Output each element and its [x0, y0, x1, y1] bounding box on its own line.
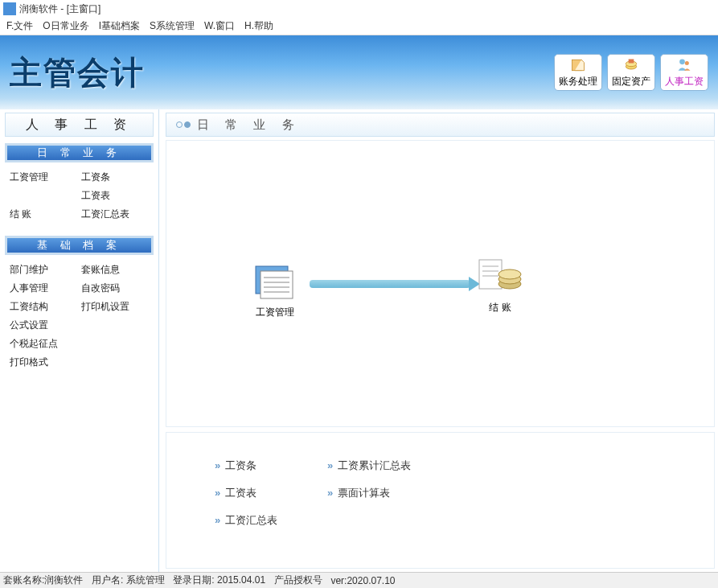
link-item[interactable]: 票面计算表	[327, 486, 456, 500]
ledger-coins-icon	[476, 255, 524, 295]
sidebar-item	[81, 319, 150, 332]
menu-file[interactable]: F.文件	[6, 19, 33, 33]
svg-point-18	[498, 269, 521, 279]
sidebar-item[interactable]: 部门维护	[10, 263, 78, 277]
app-name: 润衡软件	[19, 2, 58, 16]
document-icon	[251, 260, 299, 300]
people-icon	[675, 57, 693, 73]
sidebar-item[interactable]: 工资管理	[10, 171, 78, 184]
main-title: 日 常 业 务	[166, 113, 715, 137]
sidebar-item[interactable]: 工资结构	[10, 300, 78, 314]
sidebar-item[interactable]: 工资条	[81, 171, 150, 184]
toolbar-accounts[interactable]: 账务处理	[554, 54, 602, 91]
link-item[interactable]: 工资条	[215, 458, 327, 473]
menu-window[interactable]: W.窗口	[204, 19, 235, 33]
menu-system[interactable]: S系统管理	[150, 19, 195, 33]
sidebar: 人 事 工 资 日 常 业 务 工资管理 工资条 工资表 结 账 工资汇总表 基…	[0, 109, 159, 572]
menubar: F.文件 O日常业务 I基础档案 S系统管理 W.窗口 H.帮助	[0, 18, 718, 35]
main-area: 日 常 业 务 工资管理	[159, 109, 718, 572]
toolbar-hr[interactable]: 人事工资	[660, 54, 708, 91]
status-user: 用户名: 系统管理	[92, 574, 165, 587]
link-item[interactable]: 工资累计汇总表	[327, 458, 456, 473]
sidebar-hdr-daily[interactable]: 日 常 业 务	[5, 143, 154, 162]
svg-point-4	[679, 59, 685, 64]
status-license: 产品授权号	[274, 574, 322, 587]
sidebar-item[interactable]: 套账信息	[81, 263, 150, 277]
sidebar-title: 人 事 工 资	[5, 113, 154, 137]
sidebar-item	[10, 189, 78, 203]
titlebar: 润衡软件 - [主窗口]	[0, 0, 718, 18]
menu-daily[interactable]: O日常业务	[43, 19, 88, 33]
link-item[interactable]: 工资汇总表	[215, 513, 327, 528]
logo-text: 主管会计	[10, 51, 145, 95]
book-icon	[569, 57, 587, 73]
sidebar-item[interactable]: 个税起征点	[10, 337, 78, 351]
sidebar-item	[81, 356, 150, 369]
diagram: 工资管理 结 账	[166, 140, 715, 427]
sidebar-item[interactable]: 打印格式	[10, 356, 78, 369]
bullet-icon	[176, 121, 191, 128]
sidebar-item[interactable]: 工资表	[81, 189, 150, 203]
status-account: 套账名称:润衡软件	[3, 574, 83, 587]
sidebar-item[interactable]: 自改密码	[81, 282, 150, 295]
coins-icon	[622, 57, 640, 73]
sidebar-hdr-base[interactable]: 基 础 档 案	[5, 236, 154, 255]
header-banner: 主管会计 账务处理 固定资产 人事工资	[0, 35, 718, 109]
app-icon	[3, 2, 16, 15]
node-closing[interactable]: 结 账	[472, 255, 528, 315]
sidebar-item[interactable]: 打印机设置	[81, 300, 150, 314]
statusbar: 套账名称:润衡软件 用户名: 系统管理 登录日期: 2015.04.01 产品授…	[0, 572, 718, 588]
sidebar-item[interactable]: 公式设置	[10, 319, 78, 332]
sidebar-item	[81, 337, 150, 351]
svg-rect-3	[629, 59, 634, 63]
svg-rect-7	[261, 271, 293, 298]
menu-help[interactable]: H.帮助	[244, 19, 273, 33]
sidebar-item[interactable]: 人事管理	[10, 282, 78, 295]
link-item[interactable]: 工资表	[215, 486, 327, 500]
svg-point-5	[685, 61, 689, 65]
status-version: ver:2020.07.10	[330, 575, 395, 586]
sidebar-item[interactable]: 工资汇总表	[81, 208, 150, 221]
node-salary-mgmt[interactable]: 工资管理	[247, 260, 303, 319]
arrow-icon	[310, 280, 470, 288]
window-name: [主窗口]	[67, 2, 101, 16]
links-panel: 工资条 工资累计汇总表 工资表 票面计算表 工资汇总表	[166, 432, 715, 569]
toolbar: 账务处理 固定资产 人事工资	[554, 54, 708, 91]
toolbar-assets[interactable]: 固定资产	[607, 54, 655, 91]
menu-base[interactable]: I基础档案	[99, 19, 140, 33]
status-date: 登录日期: 2015.04.01	[173, 574, 265, 587]
sidebar-item[interactable]: 结 账	[10, 208, 78, 221]
